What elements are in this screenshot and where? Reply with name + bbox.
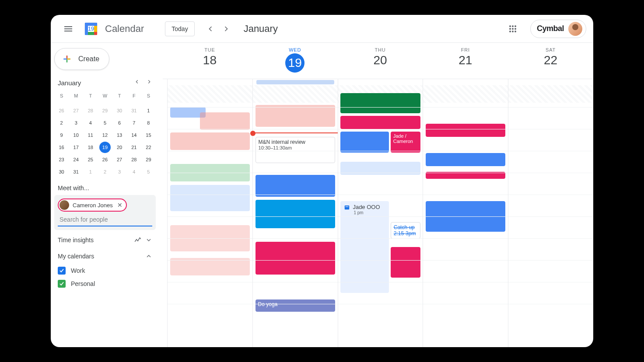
event-block[interactable] [256, 175, 335, 197]
create-label: Create [78, 55, 99, 63]
day-header[interactable]: SAT22 [508, 43, 593, 79]
hour-line [168, 129, 252, 129]
mini-next-button[interactable] [146, 79, 152, 87]
day-col-tue[interactable] [167, 85, 252, 347]
mini-day[interactable]: 26 [56, 105, 67, 116]
mini-day[interactable]: 27 [114, 154, 125, 165]
calendar-work-label: Work [71, 267, 85, 274]
mini-day[interactable]: 5 [143, 166, 154, 178]
mini-day[interactable]: 12 [99, 129, 111, 141]
mini-day[interactable]: 3 [70, 117, 82, 129]
my-calendars-row[interactable]: My calendars [54, 248, 156, 264]
mini-day[interactable]: 23 [56, 154, 67, 165]
svg-rect-5 [94, 32, 97, 35]
mini-day[interactable]: 8 [143, 117, 154, 129]
calendar-personal[interactable]: Personal [54, 277, 156, 290]
mini-day[interactable]: 20 [114, 142, 125, 153]
svg-point-13 [509, 31, 511, 32]
mini-prev-button[interactable] [134, 79, 140, 87]
mini-day[interactable]: 6 [114, 117, 125, 129]
event-block[interactable] [170, 258, 250, 275]
event-block[interactable] [426, 153, 505, 166]
mini-day[interactable]: 5 [99, 117, 111, 129]
mini-day[interactable]: 3 [114, 166, 125, 178]
event-block[interactable] [340, 116, 420, 129]
create-button[interactable]: Create [54, 48, 109, 70]
mini-day[interactable]: 21 [128, 142, 140, 153]
google-apps-button[interactable] [504, 20, 522, 38]
prev-period-button[interactable] [203, 22, 217, 36]
mini-day[interactable]: 28 [128, 154, 140, 165]
mini-day[interactable]: 4 [85, 117, 96, 129]
event-block[interactable] [340, 93, 420, 113]
main-menu-button[interactable] [58, 18, 79, 39]
event-jade-cameron[interactable]: Jade / Cameron [391, 132, 420, 153]
mini-day[interactable]: 19 [99, 142, 111, 153]
mini-day[interactable]: 13 [114, 129, 125, 141]
hour-line [338, 129, 423, 129]
remove-person-button[interactable]: ✕ [116, 202, 123, 209]
mini-day[interactable]: 28 [85, 105, 96, 116]
event-block[interactable] [256, 242, 335, 275]
mini-day[interactable]: 11 [85, 129, 96, 141]
mini-day[interactable]: 10 [70, 129, 82, 141]
mini-day[interactable]: 29 [99, 105, 111, 116]
mini-day[interactable]: 18 [85, 142, 96, 153]
event-block[interactable] [256, 105, 335, 127]
mini-day[interactable]: 17 [70, 142, 82, 153]
mini-day[interactable]: 9 [56, 129, 67, 141]
chevron-left-icon [134, 79, 140, 85]
account-chip[interactable]: Cymbal [530, 20, 586, 38]
mini-day[interactable]: 22 [143, 142, 154, 153]
mini-day[interactable]: 16 [56, 142, 67, 153]
today-button[interactable]: Today [165, 21, 194, 36]
event-block[interactable] [426, 124, 505, 137]
day-col-thu[interactable]: Jade / Cameron Jade OOO 1 pm Catch up 2:… [338, 85, 423, 347]
svg-point-10 [509, 28, 511, 30]
event-ooo[interactable]: Jade OOO 1 pm [340, 201, 388, 293]
mini-day[interactable]: 26 [99, 154, 111, 165]
mini-day[interactable]: 25 [85, 154, 96, 165]
day-header[interactable]: THU20 [338, 43, 423, 79]
event-block[interactable] [256, 200, 335, 228]
person-chip[interactable]: Cameron Jones ✕ [58, 198, 127, 212]
mini-day[interactable]: 30 [114, 105, 125, 116]
mini-day[interactable]: 15 [143, 129, 154, 141]
mini-day[interactable]: 4 [128, 166, 140, 178]
event-block[interactable] [200, 112, 250, 130]
next-period-button[interactable] [219, 22, 233, 36]
apps-grid-icon [509, 25, 517, 33]
mini-day[interactable]: 2 [56, 117, 67, 129]
mini-day[interactable]: 1 [143, 105, 154, 116]
mini-day[interactable]: 27 [70, 105, 82, 116]
allday-event[interactable] [256, 80, 334, 84]
event-cancelled[interactable]: Catch up 2:15-3pm [391, 222, 420, 239]
event-review[interactable]: M&N internal review 10:30–11:30am [256, 137, 335, 163]
event-block[interactable] [170, 132, 250, 150]
day-header[interactable]: WED19 [252, 43, 338, 79]
mini-day[interactable]: 7 [128, 117, 140, 129]
mini-day[interactable]: 31 [70, 166, 82, 178]
mini-day[interactable]: 24 [70, 154, 82, 165]
day-header[interactable]: TUE18 [167, 43, 252, 79]
mini-weekday: T [112, 90, 127, 101]
day-col-sat[interactable] [508, 85, 593, 347]
event-yoga[interactable]: Do yoga [256, 299, 335, 312]
mini-day[interactable]: 29 [143, 154, 154, 165]
mini-day[interactable]: 30 [56, 166, 67, 178]
mini-day[interactable]: 14 [128, 129, 140, 141]
day-col-fri[interactable] [423, 85, 508, 347]
people-search-input[interactable] [58, 212, 152, 226]
calendar-work[interactable]: Work [54, 264, 156, 277]
mini-day[interactable]: 1 [85, 166, 96, 178]
event-block[interactable] [340, 132, 388, 153]
day-header[interactable]: FRI21 [423, 43, 508, 79]
event-block[interactable] [391, 247, 420, 278]
hour-line [508, 238, 593, 239]
mini-day[interactable]: 31 [128, 105, 140, 116]
time-insights-row[interactable]: Time insights [54, 232, 156, 248]
time-grid[interactable]: M&N internal review 10:30–11:30am Do yog… [163, 85, 593, 347]
day-col-wed[interactable]: M&N internal review 10:30–11:30am Do yog… [252, 85, 338, 347]
mini-day[interactable]: 2 [99, 166, 111, 178]
event-block[interactable] [170, 185, 250, 211]
